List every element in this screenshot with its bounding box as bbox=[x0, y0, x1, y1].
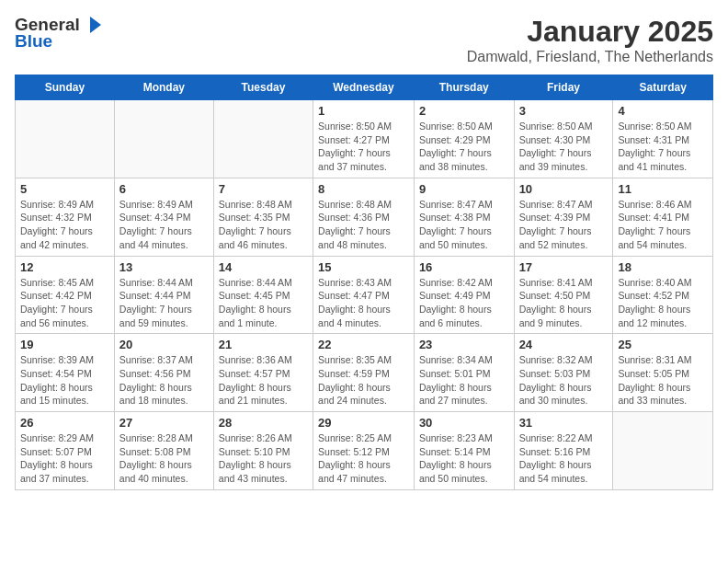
location-title: Damwald, Friesland, The Netherlands bbox=[467, 49, 713, 65]
day-info: Sunrise: 8:22 AMSunset: 5:16 PMDaylight:… bbox=[519, 431, 609, 486]
day-number: 30 bbox=[419, 416, 509, 430]
calendar-cell bbox=[114, 100, 213, 178]
day-info: Sunrise: 8:32 AMSunset: 5:03 PMDaylight:… bbox=[519, 353, 609, 408]
day-number: 8 bbox=[318, 182, 409, 196]
calendar-week-4: 26Sunrise: 8:29 AMSunset: 5:07 PMDayligh… bbox=[16, 412, 713, 490]
calendar-week-2: 12Sunrise: 8:45 AMSunset: 4:42 PMDayligh… bbox=[16, 256, 713, 334]
calendar-cell: 24Sunrise: 8:32 AMSunset: 5:03 PMDayligh… bbox=[514, 334, 613, 412]
day-header-wednesday: Wednesday bbox=[313, 75, 415, 100]
day-info: Sunrise: 8:29 AMSunset: 5:07 PMDaylight:… bbox=[20, 431, 109, 486]
day-info: Sunrise: 8:45 AMSunset: 4:42 PMDaylight:… bbox=[20, 276, 109, 330]
day-info: Sunrise: 8:40 AMSunset: 4:52 PMDaylight:… bbox=[618, 276, 708, 330]
day-info: Sunrise: 8:37 AMSunset: 4:56 PMDaylight:… bbox=[119, 353, 209, 408]
calendar-cell: 27Sunrise: 8:28 AMSunset: 5:08 PMDayligh… bbox=[114, 412, 213, 490]
calendar-cell: 7Sunrise: 8:48 AMSunset: 4:35 PMDaylight… bbox=[213, 178, 313, 256]
day-info: Sunrise: 8:48 AMSunset: 4:36 PMDaylight:… bbox=[318, 198, 409, 252]
logo-blue-text: Blue bbox=[15, 31, 52, 52]
day-number: 21 bbox=[219, 338, 308, 351]
page-header: General Blue January 2025 Damwald, Fries… bbox=[15, 15, 713, 65]
day-number: 4 bbox=[618, 104, 708, 118]
calendar-cell: 23Sunrise: 8:34 AMSunset: 5:01 PMDayligh… bbox=[414, 334, 514, 412]
calendar-cell: 17Sunrise: 8:41 AMSunset: 4:50 PMDayligh… bbox=[514, 256, 613, 334]
calendar-table: SundayMondayTuesdayWednesdayThursdayFrid… bbox=[15, 75, 713, 490]
day-number: 15 bbox=[318, 260, 409, 274]
day-info: Sunrise: 8:47 AMSunset: 4:39 PMDaylight:… bbox=[519, 198, 609, 252]
day-number: 7 bbox=[219, 182, 308, 196]
day-number: 25 bbox=[618, 338, 708, 351]
day-number: 20 bbox=[119, 338, 209, 351]
day-info: Sunrise: 8:44 AMSunset: 4:45 PMDaylight:… bbox=[219, 276, 308, 330]
calendar-cell: 13Sunrise: 8:44 AMSunset: 4:44 PMDayligh… bbox=[114, 256, 213, 334]
logo-icon bbox=[83, 15, 103, 35]
title-section: January 2025 Damwald, Friesland, The Net… bbox=[467, 15, 713, 65]
calendar-week-3: 19Sunrise: 8:39 AMSunset: 4:54 PMDayligh… bbox=[16, 334, 713, 412]
day-info: Sunrise: 8:23 AMSunset: 5:14 PMDaylight:… bbox=[419, 431, 509, 486]
day-info: Sunrise: 8:39 AMSunset: 4:54 PMDaylight:… bbox=[20, 353, 109, 408]
calendar-cell: 8Sunrise: 8:48 AMSunset: 4:36 PMDaylight… bbox=[313, 178, 415, 256]
day-number: 10 bbox=[519, 182, 609, 196]
calendar-cell: 9Sunrise: 8:47 AMSunset: 4:38 PMDaylight… bbox=[414, 178, 514, 256]
day-info: Sunrise: 8:49 AMSunset: 4:34 PMDaylight:… bbox=[119, 198, 209, 252]
calendar-cell: 22Sunrise: 8:35 AMSunset: 4:59 PMDayligh… bbox=[313, 334, 415, 412]
logo: General Blue bbox=[15, 15, 103, 52]
calendar-week-1: 5Sunrise: 8:49 AMSunset: 4:32 PMDaylight… bbox=[16, 178, 713, 256]
day-info: Sunrise: 8:26 AMSunset: 5:10 PMDaylight:… bbox=[219, 431, 308, 486]
day-info: Sunrise: 8:31 AMSunset: 5:05 PMDaylight:… bbox=[618, 353, 708, 408]
day-number: 1 bbox=[318, 104, 409, 118]
day-header-thursday: Thursday bbox=[414, 75, 514, 100]
day-number: 12 bbox=[20, 260, 109, 274]
day-number: 26 bbox=[20, 416, 109, 430]
day-info: Sunrise: 8:50 AMSunset: 4:29 PMDaylight:… bbox=[419, 120, 509, 174]
calendar-cell: 28Sunrise: 8:26 AMSunset: 5:10 PMDayligh… bbox=[213, 412, 313, 490]
day-number: 16 bbox=[419, 260, 509, 274]
day-number: 17 bbox=[519, 260, 609, 274]
calendar-cell: 3Sunrise: 8:50 AMSunset: 4:30 PMDaylight… bbox=[514, 100, 613, 178]
day-info: Sunrise: 8:47 AMSunset: 4:38 PMDaylight:… bbox=[419, 198, 509, 252]
day-info: Sunrise: 8:41 AMSunset: 4:50 PMDaylight:… bbox=[519, 276, 609, 330]
day-info: Sunrise: 8:36 AMSunset: 4:57 PMDaylight:… bbox=[219, 353, 308, 408]
day-number: 24 bbox=[519, 338, 609, 351]
day-number: 6 bbox=[119, 182, 209, 196]
day-number: 2 bbox=[419, 104, 509, 118]
day-info: Sunrise: 8:50 AMSunset: 4:30 PMDaylight:… bbox=[519, 120, 609, 174]
calendar-cell: 25Sunrise: 8:31 AMSunset: 5:05 PMDayligh… bbox=[613, 334, 713, 412]
calendar-cell: 5Sunrise: 8:49 AMSunset: 4:32 PMDaylight… bbox=[16, 178, 115, 256]
calendar-cell bbox=[213, 100, 313, 178]
day-number: 27 bbox=[119, 416, 209, 430]
day-number: 9 bbox=[419, 182, 509, 196]
day-info: Sunrise: 8:46 AMSunset: 4:41 PMDaylight:… bbox=[618, 198, 708, 252]
day-number: 13 bbox=[119, 260, 209, 274]
calendar-cell: 12Sunrise: 8:45 AMSunset: 4:42 PMDayligh… bbox=[16, 256, 115, 334]
day-info: Sunrise: 8:35 AMSunset: 4:59 PMDaylight:… bbox=[318, 353, 409, 408]
day-info: Sunrise: 8:50 AMSunset: 4:27 PMDaylight:… bbox=[318, 120, 409, 174]
day-number: 5 bbox=[20, 182, 109, 196]
calendar-cell: 4Sunrise: 8:50 AMSunset: 4:31 PMDaylight… bbox=[613, 100, 713, 178]
day-info: Sunrise: 8:43 AMSunset: 4:47 PMDaylight:… bbox=[318, 276, 409, 330]
day-info: Sunrise: 8:42 AMSunset: 4:49 PMDaylight:… bbox=[419, 276, 509, 330]
calendar-cell: 18Sunrise: 8:40 AMSunset: 4:52 PMDayligh… bbox=[613, 256, 713, 334]
day-number: 28 bbox=[219, 416, 308, 430]
day-number: 29 bbox=[318, 416, 409, 430]
day-header-friday: Friday bbox=[514, 75, 613, 100]
calendar-cell: 21Sunrise: 8:36 AMSunset: 4:57 PMDayligh… bbox=[213, 334, 313, 412]
day-header-tuesday: Tuesday bbox=[213, 75, 313, 100]
calendar-cell: 15Sunrise: 8:43 AMSunset: 4:47 PMDayligh… bbox=[313, 256, 415, 334]
calendar-cell: 6Sunrise: 8:49 AMSunset: 4:34 PMDaylight… bbox=[114, 178, 213, 256]
day-info: Sunrise: 8:25 AMSunset: 5:12 PMDaylight:… bbox=[318, 431, 409, 486]
day-header-saturday: Saturday bbox=[613, 75, 713, 100]
day-info: Sunrise: 8:34 AMSunset: 5:01 PMDaylight:… bbox=[419, 353, 509, 408]
day-info: Sunrise: 8:44 AMSunset: 4:44 PMDaylight:… bbox=[119, 276, 209, 330]
day-info: Sunrise: 8:48 AMSunset: 4:35 PMDaylight:… bbox=[219, 198, 308, 252]
svg-marker-0 bbox=[90, 17, 101, 33]
day-number: 23 bbox=[419, 338, 509, 351]
calendar-cell: 19Sunrise: 8:39 AMSunset: 4:54 PMDayligh… bbox=[16, 334, 115, 412]
calendar-cell: 16Sunrise: 8:42 AMSunset: 4:49 PMDayligh… bbox=[414, 256, 514, 334]
day-number: 3 bbox=[519, 104, 609, 118]
calendar-cell: 29Sunrise: 8:25 AMSunset: 5:12 PMDayligh… bbox=[313, 412, 415, 490]
day-number: 11 bbox=[618, 182, 708, 196]
day-info: Sunrise: 8:50 AMSunset: 4:31 PMDaylight:… bbox=[618, 120, 708, 174]
calendar-cell: 2Sunrise: 8:50 AMSunset: 4:29 PMDaylight… bbox=[414, 100, 514, 178]
calendar-cell: 20Sunrise: 8:37 AMSunset: 4:56 PMDayligh… bbox=[114, 334, 213, 412]
calendar-cell: 14Sunrise: 8:44 AMSunset: 4:45 PMDayligh… bbox=[213, 256, 313, 334]
calendar-cell: 1Sunrise: 8:50 AMSunset: 4:27 PMDaylight… bbox=[313, 100, 415, 178]
